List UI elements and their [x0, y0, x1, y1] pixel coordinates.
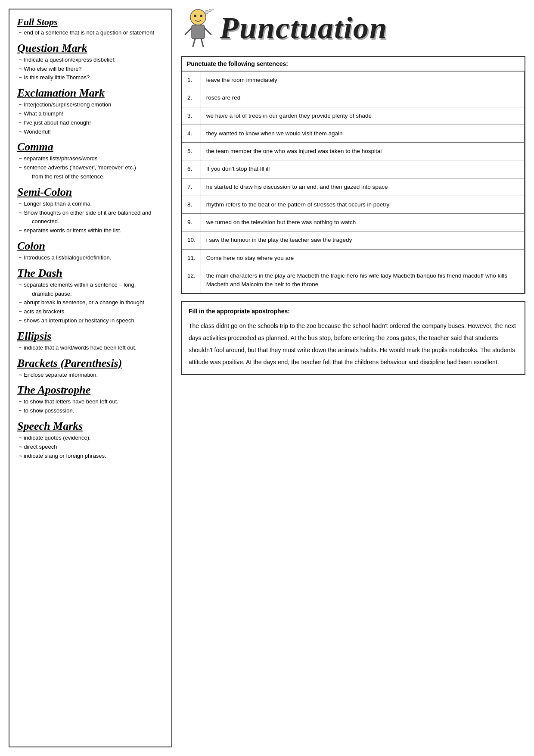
sentence-number: 4.	[182, 125, 201, 142]
ellipsis-bullets: ~ indicate that a word/words have been l…	[17, 344, 164, 353]
section-exclamation-mark: Exclamation Mark ~ Interjection/surprise…	[17, 87, 164, 136]
page-main-title: Punctuation	[220, 12, 388, 44]
speech-marks-bullets: ~ indicate quotes (evidence). ~ direct s…	[17, 434, 164, 460]
table-row: 7.he started to draw his discussion to a…	[182, 178, 525, 196]
question-mark-bullets: ~ Indicate a question/express disbelief:…	[17, 56, 164, 82]
sentence-text: leave the room immediately	[201, 72, 524, 89]
semi-colon-bullets: ~ Longer stop than a comma. ~ Show thoug…	[17, 200, 164, 235]
sentence-text: roses are red	[201, 89, 524, 107]
table-row: 6.If you don't stop that Ill ill	[182, 160, 525, 178]
brackets-bullets: ~ Enclose separate information.	[17, 371, 164, 380]
apostrophe-exercise-text: The class didnt go on the schools trip t…	[189, 320, 518, 368]
comma-title: Comma	[17, 141, 164, 153]
right-column: Punctuation Punctuate the following sent…	[181, 9, 525, 747]
full-stops-title: Full Stops	[17, 16, 164, 28]
apostrophe-bullets: ~ to show that letters have been left ou…	[17, 397, 164, 415]
svg-line-10	[201, 39, 203, 47]
sentence-text: rhythm refers to the beat or the pattern…	[201, 196, 524, 213]
section-full-stops: Full Stops ~ end of a sentence that is n…	[17, 16, 164, 37]
ellipsis-title: Ellipsis	[17, 330, 164, 343]
left-column: Full Stops ~ end of a sentence that is n…	[9, 9, 172, 747]
apostrophe-exercise-heading: Fill in the appropriate apostrophes:	[189, 308, 518, 315]
sentence-text: we have a lot of trees in our garden the…	[201, 107, 524, 125]
colon-bullets: ~ Introduces a list/dialogue/definition.	[17, 253, 164, 262]
sentence-number: 3.	[182, 107, 201, 125]
table-row: 3.we have a lot of trees in our garden t…	[182, 107, 525, 125]
sentence-number: 6.	[182, 160, 201, 178]
svg-point-0	[190, 9, 206, 25]
apostrophe-title: The Apostrophe	[17, 384, 164, 397]
table-row: 11.Come here no stay where you are	[182, 249, 525, 267]
comma-bullets: ~ separates lists/phrases/words ~ senten…	[17, 154, 164, 181]
sentence-number: 1.	[182, 72, 201, 89]
sentence-text: he started to draw his discussion to an …	[201, 178, 524, 196]
svg-point-4	[209, 9, 211, 12]
svg-point-3	[205, 10, 208, 14]
the-dash-bullets: ~ separates elements within a sentence –…	[17, 281, 164, 325]
table-row: 12.the main characters in the play are M…	[182, 267, 525, 293]
section-the-dash: The Dash ~ separates elements within a s…	[17, 267, 164, 325]
svg-line-7	[185, 28, 192, 34]
sentence-number: 8.	[182, 196, 201, 213]
sentence-text: the main characters in the play are Macb…	[201, 267, 524, 293]
sentence-number: 10.	[182, 231, 201, 249]
sentence-number: 5.	[182, 143, 201, 160]
sentence-text: i saw the humour in the play the teacher…	[201, 231, 524, 249]
section-brackets: Brackets (Parenthesis) ~ Enclose separat…	[17, 357, 164, 380]
the-dash-title: The Dash	[17, 267, 164, 280]
svg-line-9	[193, 39, 195, 47]
sentence-text: Come here no stay where you are	[201, 249, 524, 267]
sentence-number: 11.	[182, 249, 201, 267]
svg-point-2	[200, 15, 202, 17]
full-stops-bullets: ~ end of a sentence that is not a questi…	[17, 28, 164, 37]
exclamation-mark-bullets: ~ Interjection/surprise/strong emotion ~…	[17, 100, 164, 136]
header-area: Punctuation	[181, 9, 525, 47]
svg-point-1	[194, 15, 196, 17]
section-apostrophe: The Apostrophe ~ to show that letters ha…	[17, 384, 164, 415]
sentence-number: 2.	[182, 89, 201, 107]
table-heading: Punctuate the following sentences:	[182, 57, 525, 71]
sentence-number: 7.	[182, 178, 201, 196]
brackets-title: Brackets (Parenthesis)	[17, 357, 164, 370]
table-row: 1.leave the room immediately	[182, 72, 525, 89]
sentence-text: they wanted to know when we would visit …	[201, 125, 524, 142]
sentences-table-box: Punctuate the following sentences: 1.lea…	[181, 56, 525, 294]
section-semi-colon: Semi-Colon ~ Longer stop than a comma. ~…	[17, 186, 164, 235]
svg-line-8	[205, 28, 211, 34]
sentence-number: 9.	[182, 214, 201, 231]
colon-title: Colon	[17, 240, 164, 253]
section-speech-marks: Speech Marks ~ indicate quotes (evidence…	[17, 420, 164, 460]
question-mark-title: Question Mark	[17, 42, 164, 55]
sentence-text: we turned on the television but there wa…	[201, 214, 524, 231]
table-row: 9.we turned on the television but there …	[182, 214, 525, 231]
speech-marks-title: Speech Marks	[17, 420, 164, 433]
table-row: 2.roses are red	[182, 89, 525, 107]
apostrophe-exercise-box: Fill in the appropriate apostrophes: The…	[181, 301, 525, 375]
svg-point-5	[212, 9, 214, 10]
section-comma: Comma ~ separates lists/phrases/words ~ …	[17, 141, 164, 181]
section-question-mark: Question Mark ~ Indicate a question/expr…	[17, 42, 164, 82]
table-row: 10.i saw the humour in the play the teac…	[182, 231, 525, 249]
exclamation-mark-title: Exclamation Mark	[17, 87, 164, 100]
sentence-table: 1.leave the room immediately2.roses are …	[182, 71, 525, 293]
table-row: 5.the team member the one who was injure…	[182, 143, 525, 160]
svg-rect-6	[192, 25, 205, 39]
section-ellipsis: Ellipsis ~ indicate that a word/words ha…	[17, 330, 164, 353]
table-row: 4.they wanted to know when we would visi…	[182, 125, 525, 142]
sentence-text: the team member the one who was injured …	[201, 143, 524, 160]
cartoon-figure	[181, 9, 215, 47]
section-colon: Colon ~ Introduces a list/dialogue/defin…	[17, 240, 164, 262]
sentence-text: If you don't stop that Ill ill	[201, 160, 524, 178]
semi-colon-title: Semi-Colon	[17, 186, 164, 199]
sentence-number: 12.	[182, 267, 201, 293]
table-row: 8.rhythm refers to the beat or the patte…	[182, 196, 525, 213]
